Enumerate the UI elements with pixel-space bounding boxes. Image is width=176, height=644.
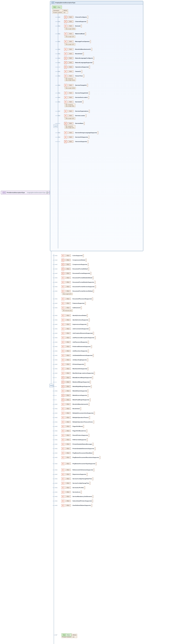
expand-toggle-icon[interactable]: + bbox=[85, 32, 86, 35]
expand-toggle-icon[interactable]: + bbox=[87, 84, 88, 87]
element-ref-row[interactable]: 0..1E<Ref>:ReferenceUriSchemesSupported+ bbox=[55, 468, 94, 472]
element-ref-row[interactable]: 0..1E<Ref>:JobPasswordEncryptionSupporte… bbox=[55, 336, 96, 339]
element-ref-row[interactable]: E<Ref>:VersionsSupported+ bbox=[58, 140, 88, 143]
expand-toggle-icon[interactable]: + bbox=[87, 358, 88, 362]
expand-toggle-icon[interactable]: + bbox=[87, 367, 88, 370]
expand-toggle-icon[interactable]: + bbox=[89, 416, 90, 419]
element-ref-row[interactable]: 0..1E<Ref>:JobSettableElementsSupported+ bbox=[55, 354, 94, 357]
expand-toggle-icon[interactable]: + bbox=[92, 500, 93, 502]
expand-toggle-icon[interactable]: + bbox=[89, 40, 91, 43]
element-ref-row[interactable]: 0..1E<Ref>:ServiceConfigChangeTime+ bbox=[55, 482, 90, 485]
expand-toggle-icon[interactable]: + bbox=[93, 332, 94, 335]
element-ref-row[interactable]: 0..1E<Ref>:SubordinatePrintersSupported+ bbox=[55, 499, 93, 502]
expand-toggle-icon[interactable]: + bbox=[83, 52, 84, 55]
element-ref-row[interactable]: 0..1E<Ref>:ServiceMandatoryJobElements+ bbox=[55, 495, 93, 498]
element-ref-row[interactable]: 0..1E<Ref>:PwgRasterDocumentResolutionSu… bbox=[55, 456, 100, 459]
expand-toggle-icon[interactable]: + bbox=[94, 447, 95, 450]
element-ref-row[interactable]: 1..1E<Ref>:DocumentFormatSupported+ bbox=[55, 272, 91, 275]
element-ref-row[interactable]: 0..1E<Ref>:PwgRasterDocumentTypeSupporte… bbox=[55, 462, 97, 465]
expand-toggle-icon[interactable]: + bbox=[84, 486, 85, 489]
element-ref-row[interactable]: 0..*E<Ref>:ServiceOrganizations+ bbox=[58, 110, 90, 113]
expand-toggle-icon[interactable]: + bbox=[87, 263, 89, 266]
element-ref-row[interactable]: 1..1E<Ref>:NaturalLanguageSupported+ bbox=[58, 61, 94, 64]
expand-toggle-icon[interactable]: + bbox=[93, 412, 95, 414]
expand-toggle-icon[interactable]: + bbox=[92, 276, 93, 279]
element-ref-row[interactable]: E<Ref>:OperationsSupported+ bbox=[58, 66, 90, 68]
expand-toggle-icon[interactable]: + bbox=[92, 354, 94, 357]
element-ref-row[interactable]: 0..1E<Ref>:MakeAndModel+ bbox=[58, 32, 86, 35]
expand-toggle-icon[interactable]: + bbox=[87, 394, 88, 397]
expand-toggle-icon[interactable]: + bbox=[89, 66, 90, 68]
expand-toggle-icon[interactable]: + bbox=[93, 420, 94, 424]
element-ref-row[interactable]: 1..1E<Ref>:CharsetSupported+ bbox=[58, 20, 88, 23]
expand-toggle-icon[interactable]: + bbox=[81, 491, 82, 494]
expand-toggle-icon[interactable]: + bbox=[80, 407, 81, 410]
element-ref-row[interactable]: 0..1E<Ref>:PrinterSettableElementsSuppor… bbox=[55, 447, 95, 450]
expand-toggle-icon[interactable]: + bbox=[89, 482, 90, 485]
element-ref-row[interactable]: 1..1E<Ref>:CharsetConfigured+ bbox=[58, 16, 88, 19]
element-ref-row[interactable]: 0..1E<Ref>:DocumentFormatDetailsSupporte… bbox=[55, 281, 95, 284]
element-ref-row[interactable]: 0..1E<Ref>:ServiceIccProfiles+ bbox=[55, 486, 85, 489]
element-ref-row[interactable]: 1..1E<Ref>:NaturalLanguageConfigured+ bbox=[58, 56, 94, 60]
element-ref-row[interactable]: E<Ref>:ServiceName+ bbox=[58, 122, 85, 125]
expand-toggle-icon[interactable]: + bbox=[88, 350, 89, 352]
element-ref-row[interactable]: E<Ref>:MediaRightMarginSupported+ bbox=[55, 385, 92, 388]
expand-toggle-icon[interactable]: + bbox=[83, 254, 84, 257]
element-ref-row[interactable]: 0..1E<Ref>:GetEventLife+ bbox=[55, 306, 82, 309]
expand-toggle-icon[interactable]: + bbox=[90, 272, 91, 275]
expand-toggle-icon[interactable]: + bbox=[83, 425, 84, 428]
expand-toggle-icon[interactable]: + bbox=[83, 74, 84, 78]
expand-toggle-icon[interactable]: + bbox=[87, 140, 88, 143]
expand-toggle-icon[interactable]: + bbox=[97, 131, 98, 134]
element-ref-row[interactable]: 0..1E<Ref>:PdlOverrideSupported+ bbox=[55, 438, 88, 441]
expand-toggle-icon[interactable]: + bbox=[88, 268, 89, 270]
expand-toggle-icon[interactable]: + bbox=[95, 285, 96, 288]
element-ref-row[interactable]: 0..1E<Ref>:ServiceConfigChangeDateTime+ bbox=[55, 477, 93, 480]
expand-toggle-icon[interactable]: + bbox=[86, 430, 87, 432]
expand-toggle-icon[interactable]: + bbox=[88, 96, 89, 99]
expand-toggle-icon[interactable]: + bbox=[94, 336, 96, 339]
element-ref-row[interactable]: 0..1E<Ref>:JobResolversSupported+ bbox=[55, 350, 89, 352]
expand-toggle-icon[interactable]: + bbox=[88, 434, 89, 437]
element-ref-row[interactable]: 0..1E<Ref>:DocumentFormatDetailsDefault+ bbox=[55, 276, 93, 279]
element-ref-row[interactable]: 0..1E<Ref>:MediaSheetsSupported+ bbox=[55, 389, 88, 392]
element-ref-row[interactable]: 0..1E<Ref>:MaxSaveInfoSupported+ bbox=[55, 367, 88, 370]
element-ref-row[interactable]: 0..1E<Ref>:PreferredElementsSupported+ bbox=[55, 345, 92, 348]
element-ref-row[interactable]: 0..1E<Ref>:MultipleDocumentJobsSupported… bbox=[55, 412, 95, 414]
element-ref-row[interactable]: E<Ref>:MediaLeftMarginSupported+ bbox=[55, 380, 91, 384]
expand-toggle-icon[interactable]: + bbox=[92, 478, 93, 480]
element-ref-row[interactable]: 0..1E<Ref>:ServiceIcons+ bbox=[55, 490, 82, 494]
expand-toggle-icon[interactable]: + bbox=[88, 110, 90, 113]
element-ref-row[interactable]: 0..1E<Ref>:MaxStitchingLocationsSupporte… bbox=[55, 372, 95, 375]
element-ref-row[interactable]: 0..1E<Ref>:JobSpoolingSupported+ bbox=[55, 358, 88, 362]
element-ref-row[interactable]: 0..1E<Ref>:JobPasswordSupported+ bbox=[55, 340, 89, 344]
expand-toggle-icon[interactable]: + bbox=[92, 298, 93, 300]
element-ref-row[interactable]: 0..1E<Ref>:PagesPerMinute+ bbox=[55, 425, 84, 428]
element-ref-row[interactable]: 0..1E<Ref>:ColorSupported+ bbox=[55, 254, 84, 257]
element-ref-row[interactable]: 0..1E<Ref>:ServiceChargeInfoUri+ bbox=[58, 92, 90, 94]
expand-toggle-icon[interactable]: + bbox=[91, 504, 92, 507]
expand-toggle-icon[interactable]: + bbox=[84, 363, 85, 366]
expand-toggle-icon[interactable]: + bbox=[89, 381, 91, 384]
expand-toggle-icon[interactable]: + bbox=[88, 136, 89, 139]
expand-toggle-icon[interactable]: + bbox=[86, 473, 88, 476]
expand-toggle-icon[interactable]: + bbox=[87, 323, 88, 326]
sequence-compositor-icon[interactable] bbox=[49, 384, 53, 387]
expand-toggle-icon[interactable]: + bbox=[81, 24, 82, 28]
element-ref-row[interactable]: 0..1E<Ref>:DocumentFormatVersionDefault+ bbox=[55, 290, 94, 292]
expand-toggle-icon[interactable]: + bbox=[91, 345, 92, 348]
expand-toggle-icon[interactable]: + bbox=[90, 385, 92, 388]
element-ref-row[interactable]: 0..1E<Ref>:MoreInfoUri+ bbox=[55, 407, 81, 410]
element-ref-row[interactable]: 0..1E<Ref>:DocumentPasswordSupported+ bbox=[55, 297, 93, 300]
expand-toggle-icon[interactable]: + bbox=[89, 398, 91, 401]
expand-toggle-icon[interactable]: + bbox=[85, 114, 87, 117]
element-ref-row[interactable]: 0..1E<Ref>:MessageFromOperator+ bbox=[58, 40, 91, 43]
element-ref-row[interactable]: E<Ref>:MediaSourceSupported+ bbox=[55, 394, 88, 397]
expand-toggle-icon[interactable]: + bbox=[93, 468, 94, 472]
element-ref-row[interactable]: 0..1E<Ref>:MoreInfoManufacturerUri+ bbox=[55, 403, 89, 406]
element-ref-row[interactable]: 0..1E<Ref>:FeaturesSupported+ bbox=[55, 302, 86, 305]
expand-toggle-icon[interactable]: + bbox=[87, 314, 88, 317]
element-ref-row[interactable]: 0..1E<Ref>:MultipleOperationTimeout+ bbox=[55, 416, 90, 419]
expand-toggle-icon[interactable]: + bbox=[94, 281, 95, 284]
element-ref-row[interactable]: 0..1E<Ref>:MoreInfoUri+ bbox=[58, 52, 84, 55]
